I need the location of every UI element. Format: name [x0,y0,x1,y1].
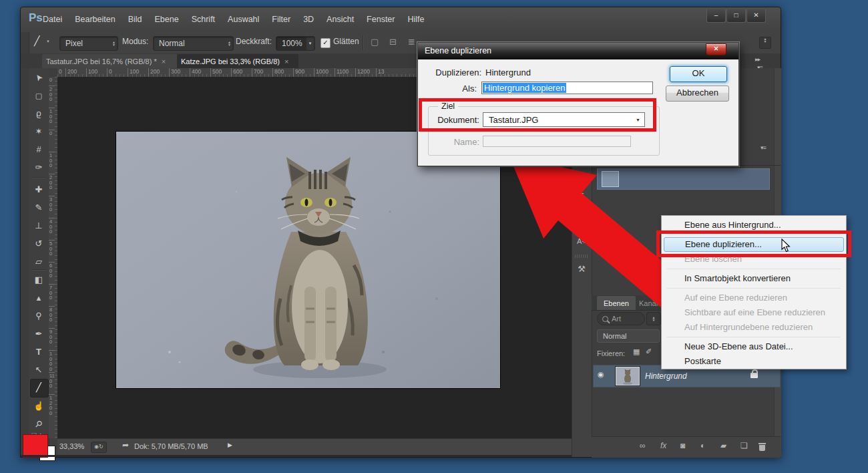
delete-layer-icon[interactable] [759,445,765,451]
paint-bucket-tool[interactable]: ◧ [29,273,49,287]
blend-mode-dropdown[interactable]: Normal [597,329,660,343]
close-icon[interactable]: × [284,57,288,65]
lock-transparency-icon[interactable]: ▦ [633,347,640,356]
ok-button[interactable]: OK [670,66,727,82]
panel-toggle-icon[interactable]: ▢ [371,37,379,47]
close-button[interactable]: ✕ [746,9,766,23]
menu-3d[interactable]: 3D [303,15,314,24]
dialog-close-button[interactable]: ✕ [706,43,726,55]
maximize-button[interactable]: □ [726,9,746,23]
menu-bearbeiten[interactable]: Bearbeiten [75,15,115,24]
lock-pixels-icon[interactable]: ✐ [646,347,652,356]
options-stepper[interactable]: ▲▼ [759,37,771,49]
tab-ebenen[interactable]: Ebenen [597,296,636,310]
layer-mask-icon[interactable]: ◙ [680,441,685,450]
menu-ebene[interactable]: Ebene [155,15,179,24]
current-tool-icon[interactable]: ╱ [34,35,39,46]
collapse-panels-icon[interactable]: ▶▶ [755,57,760,61]
path-selection-tool[interactable]: ↖ [29,363,49,377]
menu-item-postkarte[interactable]: Postkarte [662,354,845,369]
menu-hilfe[interactable]: Hilfe [408,15,425,24]
name-input-disabled [483,136,631,147]
foreground-color-swatch[interactable] [23,434,48,458]
eraser-tool[interactable]: ▱ [29,255,49,269]
marquee-tool[interactable]: ▢ [29,88,49,103]
layer-name[interactable]: Hintergrund [645,371,687,381]
magic-wand-tool[interactable]: ✶ [29,124,49,139]
align-icon[interactable]: ⊟ [389,37,397,47]
close-icon[interactable]: × [162,57,166,65]
eyedropper-tool[interactable]: ✑ [29,160,49,175]
panel-menu-icon[interactable]: ▾≡ [761,144,766,151]
line-tool[interactable]: ╱ [29,380,49,395]
tab-tastatur[interactable]: Tastatur.JPG bei 16,7% (RGB/8) * × [42,54,184,68]
delete-layer-icon[interactable] [758,443,766,444]
pen-tool[interactable]: ✒ [29,327,49,341]
brush-tool[interactable]: ✎ [29,200,49,215]
layer-filter-field[interactable]: Art [597,312,645,325]
layer-filter-stepper[interactable]: ▲▼ [646,312,661,325]
share-icon[interactable]: ➦ [122,440,129,450]
vertical-ruler: 0200100010020030040050060070080090010001… [49,77,58,438]
crop-tool[interactable]: # [29,142,49,157]
move-tool[interactable]: ➤ [29,70,49,85]
stepper-down-icon: ▼ [228,43,231,46]
panel-selected-row[interactable] [597,168,770,190]
status-adobe-drive-button[interactable]: ◉↻ [91,442,107,453]
menu-ansicht[interactable]: Ansicht [327,15,354,24]
als-input[interactable]: Hintergrund kopieren [481,82,653,94]
abbrechen-button[interactable]: Abbrechen [666,86,729,102]
paragraph-panel-icon[interactable]: ¶ [572,190,592,203]
type-tool[interactable]: T [29,345,49,359]
tool-dropdown-arrow-icon[interactable]: ▼ [46,39,50,43]
link-layers-icon[interactable]: ∞ [640,441,646,450]
menu-datei[interactable]: Datei [43,15,62,24]
cat-photo-document[interactable] [116,132,500,388]
row-thumbnail [602,171,619,187]
duplizieren-value: Hintergrund [485,67,531,77]
stepper-down-icon: ▼ [112,43,116,46]
dodge-tool[interactable]: ⚲ [29,309,49,323]
menu-item-smartobjekt[interactable]: In Smartobjekt konvertieren [662,271,845,286]
adjustment-layer-icon[interactable]: ◐ [700,441,705,450]
menu-item-ebene-duplizieren[interactable]: Ebene duplizieren... [664,237,844,252]
deckkraft-dropdown-arrow[interactable]: ▼ [305,36,315,51]
search-icon [602,316,608,322]
hand-tool[interactable]: ☝ [29,399,49,414]
menu-fenster[interactable]: Fenster [367,15,395,24]
menu-bild[interactable]: Bild [128,15,142,24]
tool-presets-panel-icon[interactable]: ⚒ [572,263,592,276]
layers-panel-footer [592,436,781,458]
deckkraft-label: Deckkraft: [236,37,272,46]
new-layer-icon[interactable]: ❏ [740,441,748,450]
blur-tool[interactable]: ▲ [29,291,49,305]
menu-item-ebene-aus-hintergrund[interactable]: Ebene aus Hintergrund... [662,218,845,232]
healing-brush-tool[interactable]: ✚ [29,182,49,197]
lasso-tool[interactable]: ϱ [29,106,49,121]
menu-filter[interactable]: Filter [272,15,290,24]
layer-effects-icon[interactable]: fx [660,441,666,450]
layer-group-icon[interactable]: ▰ [720,441,726,450]
history-brush-tool[interactable]: ↺ [29,236,49,251]
layer-stack-icon[interactable]: ≣ [408,37,415,47]
eye-icon[interactable]: ◉ [598,370,604,379]
minimize-button[interactable]: – [706,9,726,23]
clone-stamp-tool[interactable]: ⊥ [29,218,49,233]
status-expand-icon[interactable]: ▶ [228,442,232,448]
zoom-level[interactable]: 33,33% [59,442,84,450]
dokument-combobox[interactable]: Tastatur.JPG ▼ [483,112,645,127]
modus-dropdown[interactable]: Normal ▲▼ [153,36,234,51]
paragraph-styles-panel-icon[interactable]: A+ [572,234,592,248]
glaetten-checkbox[interactable]: ✓ [320,38,331,48]
layer-thumbnail[interactable] [616,367,640,385]
tab-katze[interactable]: Katze.JPG bei 33,3% (RGB/8) × [177,54,298,68]
tool-preset-dropdown[interactable]: Pixel ▲▼ [59,36,118,51]
dialog-titlebar[interactable]: Ebene duplizieren [418,43,738,59]
character-panel-icon[interactable]: A| [572,171,592,184]
character-styles-panel-icon[interactable]: ¶+ [572,216,592,229]
zoom-tool[interactable]: ⚲ [29,417,49,432]
dokument-label: Dokument: [425,115,479,125]
menu-schrift[interactable]: Schrift [192,15,215,24]
menu-item-neue-3d-ebene[interactable]: Neue 3D-Ebene aus Datei... [662,339,845,354]
menu-auswahl[interactable]: Auswahl [228,15,259,24]
